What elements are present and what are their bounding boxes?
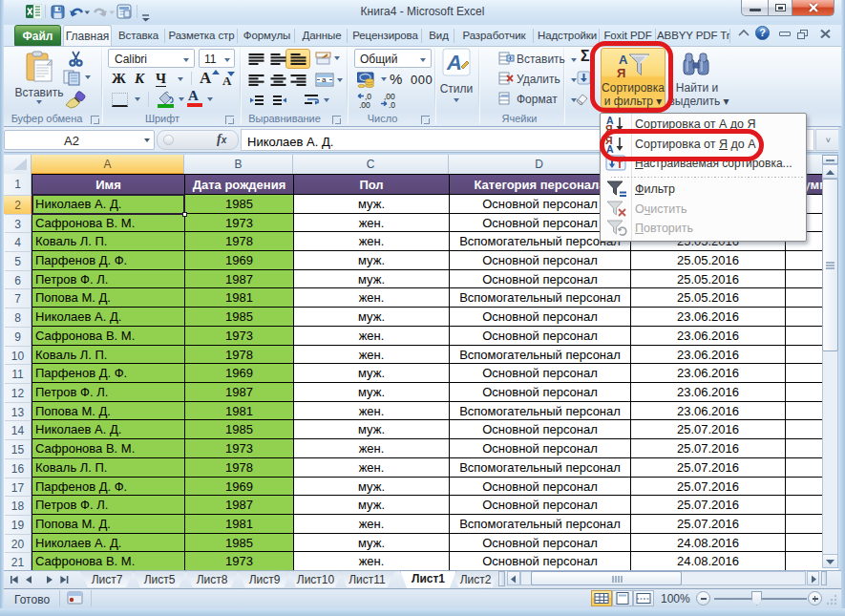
svg-text:,00: ,00 — [359, 100, 370, 109]
svg-text:A: A — [446, 51, 462, 74]
svg-text:a: a — [322, 75, 327, 84]
svg-text:,0: ,0 — [389, 100, 395, 109]
